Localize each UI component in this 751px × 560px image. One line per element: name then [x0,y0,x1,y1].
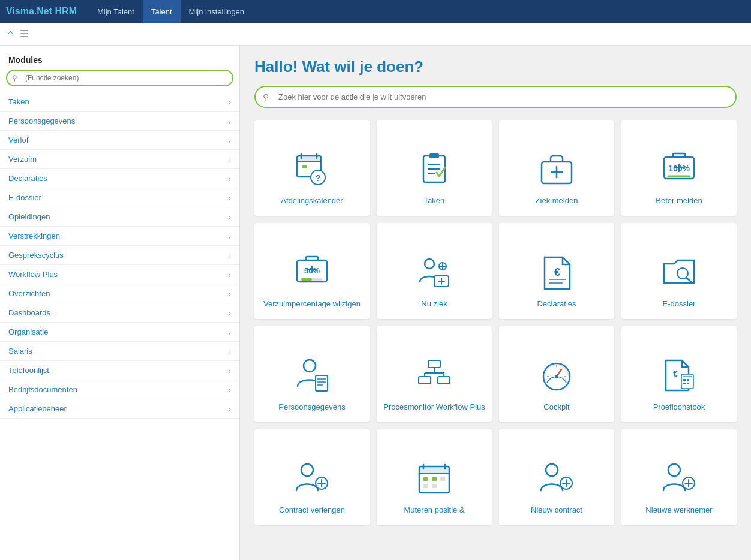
tile-contract-verlengen[interactable]: Contract verlengen [254,429,370,525]
sidebar-item-verzuim[interactable]: Verzuim › [0,150,239,169]
nav-mijn-instellingen[interactable]: Mijn instellingen [181,0,253,23]
chevron-icon: › [229,252,231,259]
svg-rect-74 [432,477,437,481]
svg-rect-77 [440,477,445,481]
svg-point-64 [301,464,313,476]
nav-talent[interactable]: Talent [143,0,181,23]
person-document-icon [291,354,333,396]
svg-rect-61 [687,379,689,381]
tile-label: Nieuw contract [531,505,582,516]
people-plus-icon [413,251,455,293]
svg-point-27 [425,259,434,269]
main-search-input[interactable] [254,86,737,108]
svg-rect-50 [438,377,450,384]
tile-verzuimpercentage[interactable]: 50% Verzuimpercentage wijzigen [254,223,370,319]
sidebar-item-declaraties[interactable]: Declaraties › [0,169,239,188]
chevron-icon: › [229,233,231,240]
tile-label: Persoonsgegevens [278,402,345,413]
sidebar-item-bedrijfsdocumenten[interactable]: Bedrijfsdocumenten › [0,380,239,399]
medical-50-icon: 50% [291,251,333,293]
tile-label: Verzuimpercentage wijzigen [263,299,361,309]
sidebar-item-overzichten[interactable]: Overzichten › [0,284,239,303]
sidebar-item-dashboards[interactable]: Dashboards › [0,303,239,323]
tile-declaraties[interactable]: € Declaraties [499,223,614,319]
tile-label: Taken [424,196,445,206]
tile-procesmonitor[interactable]: Procesmonitor Workflow Plus [377,326,492,422]
svg-rect-75 [423,484,428,488]
euro-calculator-icon: € [658,354,700,396]
sidebar-item-taken[interactable]: Taken › [0,92,239,112]
euro-document-icon: € [536,251,578,293]
nav-mijn-talent[interactable]: Mijn Talent [89,0,143,23]
main-content: Hallo! Wat wil je doen? ⚲ ? [240,46,751,560]
sidebar-item-telefoonlijst[interactable]: Telefoonlijst › [0,361,239,380]
chevron-icon: › [229,175,231,182]
tile-afdelingskalender[interactable]: ? Afdelingskalender [254,120,370,216]
svg-rect-62 [683,383,686,384]
person-plus-3-icon [658,457,700,499]
chevron-icon: › [229,329,231,336]
tile-label: Ziek melden [536,196,578,206]
tile-nu-ziek[interactable]: Nu ziek [377,223,492,319]
tile-cockpit[interactable]: Cockpit [499,326,614,422]
svg-rect-9 [429,153,439,158]
sub-header: ⌂ ☰ [0,23,751,46]
sidebar-item-workflow-plus[interactable]: Workflow Plus › [0,265,239,284]
chevron-icon: › [229,367,231,374]
svg-point-39 [304,360,316,372]
tile-persoonsgegevens[interactable]: Persoonsgegevens [254,326,370,422]
home-icon[interactable]: ⌂ [7,28,14,40]
tile-ziek-melden[interactable]: Ziek melden [499,120,614,216]
sidebar-item-gesprekscyclus[interactable]: Gesprekscyclus › [0,246,239,265]
tile-taken[interactable]: Taken [377,120,492,216]
sidebar-item-verlof[interactable]: Verlof › [0,131,239,150]
tile-edossier[interactable]: E-dossier [621,223,737,319]
tiles-grid: ? Afdelingskalender Take [254,120,737,525]
sidebar-item-persoonsgegevens[interactable]: Persoonsgegevens › [0,112,239,131]
chevron-icon: › [229,213,231,221]
svg-rect-44 [428,360,440,368]
sidebar-item-edossier[interactable]: E-dossier › [0,188,239,207]
person-plus-2-icon [536,457,578,499]
sidebar-title: Modules [0,52,239,70]
sidebar-item-opleidingen[interactable]: Opleidingen › [0,207,239,227]
tile-label: Afdelingskalender [281,196,343,206]
svg-rect-63 [687,383,689,384]
svg-rect-3 [302,165,307,168]
sidebar-item-verstrekkingen[interactable]: Verstrekkingen › [0,227,239,246]
svg-rect-76 [432,484,437,488]
sidebar-search-container: ⚲ [6,70,233,86]
chevron-icon: › [229,386,231,393]
menu-icon[interactable]: ☰ [20,28,28,40]
tile-label: Nu ziek [421,299,447,309]
tile-label: Proefloonstook [653,402,705,413]
clipboard-check-icon [413,148,455,190]
chevron-icon: › [229,98,231,106]
main-search-icon: ⚲ [263,92,269,102]
sidebar-item-organisatie[interactable]: Organisatie › [0,323,239,342]
top-navigation: Visma.Net HRM Mijn Talent Talent Mijn in… [0,0,751,23]
tile-muteren-positie[interactable]: Muteren positie & [377,429,492,525]
sidebar-item-applicatiebeheer[interactable]: Applicatiebeheer › [0,399,239,419]
svg-rect-40 [316,375,328,391]
sidebar-item-salaris[interactable]: Salaris › [0,342,239,361]
svg-text:€: € [554,266,560,278]
tile-beter-melden[interactable]: 100% Beter melden [621,120,737,216]
svg-point-78 [546,464,558,476]
sidebar-search-icon: ⚲ [12,74,17,82]
chevron-icon: › [229,271,231,278]
tile-label: Muteren positie & [404,505,464,516]
svg-rect-60 [683,379,686,381]
tile-nieuw-contract[interactable]: Nieuw contract [499,429,614,525]
brand-logo: Visma.Net HRM [6,6,77,17]
cockpit-icon [536,354,578,396]
sidebar-search-input[interactable] [6,70,233,86]
medical-100-icon: 100% [658,148,700,190]
svg-rect-73 [423,477,428,481]
tile-proefloonstook[interactable]: € Proefloonstook [621,326,737,422]
svg-text:?: ? [316,173,321,183]
chevron-icon: › [229,118,231,125]
tile-nieuwe-werknemer[interactable]: Nieuwe werknemer [621,429,737,525]
chevron-icon: › [229,290,231,297]
calendar-question-icon: ? [291,148,333,190]
